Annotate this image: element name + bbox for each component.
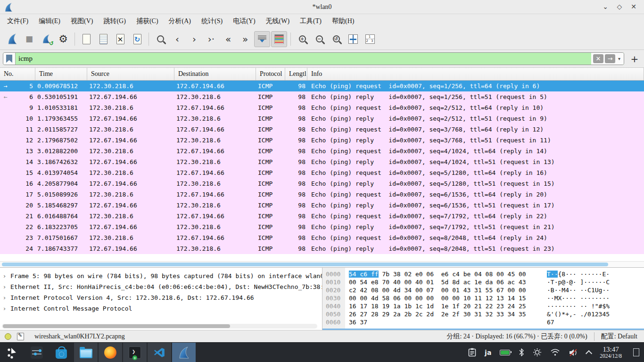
packet-row-24[interactable]: 247.186743377172.67.194.66172.30.218.6IC… [0,243,644,254]
detail-line-0[interactable]: ›Frame 5: 98 bytes on wire (784 bits), 9… [0,271,322,281]
show-desktop-button[interactable] [633,348,639,356]
packet-row-15[interactable]: 154.013974054172.30.218.6172.67.194.66IC… [0,167,644,178]
hex-row-0000[interactable]: 000054 c6 ff 7b 38 02 e0 06 e6 c4 be 04 … [322,270,644,278]
toolbar-go-last-packet-button[interactable]: » [237,31,253,47]
menu-item-0[interactable]: 文件(F) [2,14,33,28]
menu-item-6[interactable]: 统计(S) [196,14,228,28]
tray-expand-chevron-icon[interactable] [586,350,592,356]
hex-row-0020[interactable]: 0020c2 42 08 00 4d 34 00 07 00 01 43 31 … [322,286,644,294]
hex-bytes[interactable]: 36 37 [345,318,534,326]
col-protocol[interactable]: Protocol [256,68,285,80]
toolbar-zoom-reset-button[interactable]: ↺ [328,31,344,47]
toolbar-go-forward-button[interactable]: › [186,31,202,47]
taskbar-firefox[interactable] [98,343,123,362]
menu-item-8[interactable]: 无线(W) [261,14,295,28]
toolbar-go-first-packet-button[interactable]: « [220,31,236,47]
menu-item-4[interactable]: 捕获(C) [131,14,164,28]
hex-bytes[interactable]: 16 17 18 19 1a 1b 1c 1d 1e 1f 20 21 22 2… [345,302,534,310]
toolbar-go-to-packet-button[interactable]: ›· [203,31,219,47]
filter-clear-button[interactable]: ✕ [593,54,603,63]
hex-row-0040[interactable]: 004016 17 18 19 1a 1b 1c 1d 1e 1f 20 21 … [322,302,644,310]
hex-ascii[interactable]: ··MX···· ········ [534,294,610,302]
toolbar-colorize-toggle[interactable] [271,31,287,47]
menu-item-7[interactable]: 电话(Y) [228,14,260,28]
clipboard-icon[interactable] [468,348,476,357]
menu-item-5[interactable]: 分析(A) [164,14,196,28]
taskbar-file-manager[interactable] [74,343,98,362]
brightness-icon[interactable] [533,348,542,357]
packet-row-10[interactable]: 101.179363455172.67.194.66172.30.218.6IC… [0,113,644,124]
toolbar-open-capture-file[interactable] [78,31,94,47]
packet-list-hscrollbar[interactable] [0,261,644,268]
hex-ascii[interactable]: ········ ·· !"#$% [534,302,610,310]
expander-chevron-icon[interactable]: › [3,292,6,303]
minimize-button[interactable]: ⌄ [602,3,609,11]
packet-row-5[interactable]: →50.009678512172.30.218.6172.67.194.66IC… [0,81,644,91]
expert-info-icon[interactable] [5,333,11,340]
detail-line-3[interactable]: ›Internet Control Message Protocol [0,303,322,314]
profile-selector[interactable]: 配置: Default [594,332,644,341]
toolbar-restart-capture-button[interactable]: ↺ [38,31,54,47]
detail-hscrollbar[interactable] [2,324,317,329]
close-button[interactable]: ✕ [630,3,637,11]
filter-add-button[interactable]: + [628,53,641,65]
col-source[interactable]: Source [87,68,174,80]
toolbar-resize-columns[interactable] [345,31,361,47]
titlebar[interactable]: *wlan0 ⌄ ◇ ✕ [0,0,644,14]
toolbar-stop-capture-button[interactable]: ■ [21,31,37,47]
expander-chevron-icon[interactable]: › [3,303,6,314]
toolbar-auto-scroll-toggle[interactable] [254,31,270,47]
packet-bytes-pane[interactable]: 000054 c6 ff 7b 38 02 e0 06 e6 c4 be 04 … [322,268,644,330]
hex-row-0030[interactable]: 003000 00 4d 58 06 00 00 00 00 00 10 11 … [322,294,644,302]
hex-bytes[interactable]: 00 00 4d 58 06 00 00 00 00 00 10 11 12 1… [345,294,534,302]
menu-item-3[interactable]: 跳转(G) [98,14,131,28]
toolbar-zoom-in-button[interactable]: + [294,31,310,47]
expander-chevron-icon[interactable]: › [3,271,6,281]
hex-bytes[interactable]: c2 42 08 00 4d 34 00 07 00 01 43 31 55 6… [345,286,534,294]
toolbar-start-capture-button[interactable] [4,31,20,47]
packet-row-20[interactable]: 205.185468297172.67.194.66172.30.218.6IC… [0,200,644,211]
detail-hscrollbar-thumb[interactable] [3,324,230,328]
filter-dropdown-caret[interactable]: ▾ [617,56,622,61]
menu-item-10[interactable]: 帮助(H) [327,14,359,28]
hscrollbar-thumb[interactable] [2,263,608,266]
toolbar-find-packet-button[interactable] [152,31,168,47]
col-length[interactable]: Lengtl [285,68,307,80]
capture-filename[interactable]: wireshark_wlan0KH7LY2.pcapng [34,333,125,340]
packet-row-17[interactable]: 175.015089926172.30.218.6172.67.194.66IC… [0,189,644,200]
filter-bookmark-button[interactable] [3,53,16,65]
packet-detail-pane[interactable]: ›Frame 5: 98 bytes on wire (784 bits), 9… [0,268,322,330]
menu-item-1[interactable]: 编辑(E) [33,14,66,28]
packet-row-13[interactable]: 133.012882200172.30.218.6172.67.194.66IC… [0,146,644,156]
toolbar-go-back-button[interactable]: ‹ [169,31,185,47]
input-method-indicator[interactable]: ja [485,349,491,356]
maximize-button[interactable]: ◇ [616,3,623,11]
hex-ascii[interactable]: &'()*+,- ./012345 [534,310,610,318]
packet-row-11[interactable]: 112.011585727172.30.218.6172.67.194.66IC… [0,124,644,135]
hex-ascii[interactable]: 67 [534,318,554,326]
toolbar-reload-capture-file[interactable]: ↻ [129,31,145,47]
packet-row-23[interactable]: 237.017501667172.30.218.6172.67.194.66IC… [0,232,644,243]
expander-chevron-icon[interactable]: › [3,281,6,292]
toolbar-numbered-columns[interactable]: 12 3 [362,31,378,47]
packet-row-22[interactable]: 226.183223705172.67.194.66172.30.218.6IC… [0,222,644,232]
detail-line-2[interactable]: ›Internet Protocol Version 4, Src: 172.3… [0,292,322,303]
capture-comment-icon[interactable]: ✎ [17,333,24,340]
hex-bytes[interactable]: 54 c6 ff 7b 38 02 e0 06 e6 c4 be 04 08 0… [345,270,534,278]
detail-line-1[interactable]: ›Ethernet II, Src: HonHaiPrecis_c4:be:04… [0,281,322,292]
taskbar-settings[interactable] [25,343,49,362]
taskbar-wireshark[interactable] [172,343,196,362]
toolbar-zoom-out-button[interactable]: − [311,31,327,47]
toolbar-capture-options-button[interactable]: ⚙ [55,31,71,47]
hex-bytes[interactable]: 00 54 e8 70 40 00 40 01 5d 8d ac 1e da 0… [345,278,534,286]
hex-row-0060[interactable]: 006036 3767 [322,318,644,326]
taskbar-launcher[interactable] [0,343,25,362]
wifi-icon[interactable] [550,348,560,356]
col-no[interactable]: No. [0,68,35,80]
bluetooth-icon[interactable] [519,348,524,357]
hex-row-0050[interactable]: 005026 27 28 29 2a 2b 2c 2d 2e 2f 30 31 … [322,310,644,318]
battery-icon[interactable] [500,350,510,355]
menu-item-2[interactable]: 视图(V) [66,14,98,28]
display-filter-input[interactable] [16,55,591,63]
taskbar-vscode[interactable] [147,343,172,362]
